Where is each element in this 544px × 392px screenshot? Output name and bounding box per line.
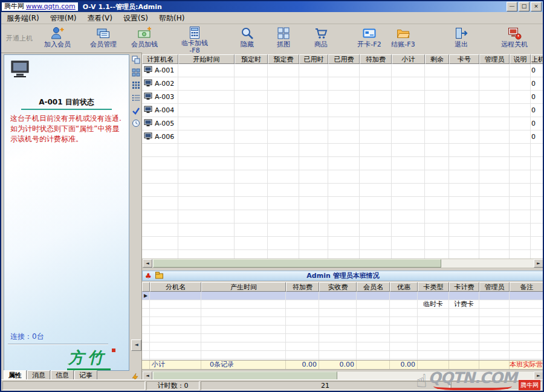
machine-status-text: 这台子机目前没有开机或没有连通.如为计时状态则下面“属性”中将显示该机号的计费标… [10,114,124,144]
machine-row[interactable]: A-003 0 [142,91,544,104]
scroll-left-icon[interactable]: ◄ [143,259,152,268]
capture-button[interactable]: 抓图 [270,25,297,51]
col-note[interactable]: 备注 [510,282,544,292]
session-row-selected[interactable]: ▶ [142,292,544,300]
col-operator2[interactable]: 管理员 [479,282,510,292]
col-computer-name[interactable]: 计算机名 [142,54,178,64]
add-member-button[interactable]: 加入会员 [40,25,75,51]
col-card-billing[interactable]: 卡计费 [449,282,479,292]
status-cell-blank [2,381,145,390]
empty-row [142,351,544,359]
machine-row[interactable]: A-005 0 [142,117,544,130]
summary-surcharge: 0.00 [286,361,319,369]
title-divider [21,109,112,110]
col-time-created[interactable]: 产生时间 [201,282,286,292]
col-received[interactable]: 实收费 [319,282,357,292]
close-button[interactable]: × [531,2,542,11]
summary-discount: 0.00 [390,361,418,369]
col-subtotal[interactable]: 小计 [392,54,425,64]
cascade-icon[interactable] [131,54,141,65]
col-sessions[interactable]: 上机 [531,54,544,64]
empty-row [142,326,544,334]
checkout-button[interactable]: 结账-F3 [387,25,419,51]
col-card-no[interactable]: 卡号 [449,54,479,64]
member-manage-icon [96,25,111,41]
col-booked-time[interactable]: 预定时 [235,54,268,64]
menu-bar: 服务端(R) 管理(M) 查看(V) 设置(S) 帮助(H) [1,13,543,24]
maximize-button[interactable]: □ [519,2,529,11]
col-remark[interactable]: 说明 [510,54,531,64]
minimize-button[interactable]: — [507,2,517,11]
check-icon[interactable] [131,105,141,116]
hide-button[interactable]: 隐藏 [233,25,261,51]
summary-received: 0.00 [319,361,357,369]
col-start-time[interactable]: 开始时间 [178,54,235,64]
watermark-swoosh [433,382,512,390]
status-center-value: 21 [201,381,450,390]
empty-row [142,342,544,351]
folder-yellow-icon[interactable] [155,272,163,281]
empty-row [142,170,544,184]
machine-status-title: A-001 目前状态 [4,97,129,108]
scroll-thumb[interactable] [153,259,441,268]
card-billing-value: 计费卡 [449,300,479,309]
remote-shutdown-button[interactable]: 远程关机 [497,25,532,51]
scroll-thumb[interactable] [153,371,337,380]
col-used-fee[interactable]: 已用费 [328,54,360,64]
session-table-body: ▶ 临时卡 计费卡 [142,292,544,360]
col-discount[interactable]: 优惠 [390,282,418,292]
brand-url: www.qqtn.com [26,2,76,10]
collapse-sidebar-button[interactable]: ◄ [131,339,141,351]
monitor-icon [144,66,153,76]
menu-manage[interactable]: 管理(M) [45,12,82,25]
member-add-money-button[interactable]: 会员加钱 [127,25,162,51]
machine-row[interactable]: A-001 0 [142,64,544,77]
club-icon[interactable]: ♣ [145,272,152,280]
machine-row[interactable]: A-006 0 [142,130,544,144]
empty-row [142,334,544,342]
session-row[interactable]: 临时卡 计费卡 [142,300,544,309]
col-surcharge2[interactable]: 符加费 [286,282,319,292]
menu-view[interactable]: 查看(V) [82,12,118,25]
monitor-icon [144,92,153,102]
list-icon[interactable] [131,92,141,103]
session-summary-row: 小计 0条记录 0.00 0.00 0.00 本班实际营业 [142,360,544,370]
col-surcharge[interactable]: 符加费 [360,54,392,64]
col-member-name[interactable]: 会员名 [357,282,390,292]
summary-label: 小计 [150,361,201,369]
machines-hscrollbar[interactable]: ◄ ► [142,259,544,268]
machine-row[interactable]: A-002 0 [142,77,544,91]
empty-row [142,210,544,223]
member-manage-button[interactable]: 会员管理 [86,25,121,51]
empty-row [142,197,544,210]
col-booked-fee[interactable]: 预定费 [268,54,299,64]
empty-row [142,250,544,259]
col-remaining[interactable]: 剩余 [425,54,449,64]
scroll-left-icon[interactable]: ◄ [143,371,152,380]
monitor-icon [144,119,153,129]
menu-settings[interactable]: 设置(S) [118,12,154,25]
scroll-right-icon[interactable]: ► [534,259,543,268]
monitor-icon [144,79,153,89]
machine-row[interactable]: A-004 0 [142,104,544,117]
hide-icon [240,25,254,41]
exit-button[interactable]: 退出 [447,25,475,51]
open-card-button[interactable]: 开卡-F2 [353,25,386,51]
col-card-type[interactable]: 卡类型 [418,282,449,292]
tiles-icon[interactable] [131,67,141,78]
empty-row [142,144,544,157]
temp-card-money-button[interactable]: 临卡加钱 -F8 [175,25,214,51]
monitor-icon [144,106,153,115]
col-terminal[interactable]: 分机名 [150,282,201,292]
capture-icon [276,25,291,41]
goods-button[interactable]: 商品 [307,25,335,51]
menu-server[interactable]: 服务端(R) [1,12,45,25]
col-used-time[interactable]: 已用时 [299,54,328,64]
clock-icon[interactable] [131,118,141,129]
menu-help[interactable]: 帮助(H) [154,12,190,25]
row-selector-icon: ▶ [142,292,150,300]
col-operator[interactable]: 管理员 [479,54,510,64]
open-session-button[interactable]: 开通上机 [4,25,35,51]
status-sidebar: A-001 目前状态 这台子机目前没有开机或没有连通.如为计时状态则下面“属性”… [4,54,129,381]
grid-icon[interactable] [131,80,141,91]
